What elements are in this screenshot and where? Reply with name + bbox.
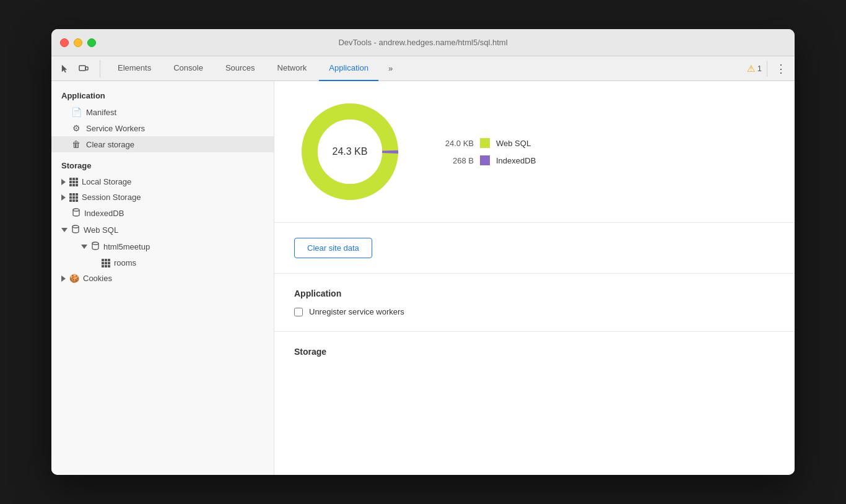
sidebar-web-sql-label: Web SQL <box>84 225 118 235</box>
svg-point-3 <box>72 225 79 228</box>
clear-site-data-button[interactable]: Clear site data <box>294 238 372 258</box>
sidebar-item-web-sql[interactable]: Web SQL <box>51 222 274 238</box>
close-button[interactable] <box>60 38 69 47</box>
toolbar: Elements Console Sources Network Applica… <box>51 56 795 81</box>
tab-application[interactable]: Application <box>319 56 378 81</box>
legend-indexeddb-label: IndexedDB <box>496 156 536 165</box>
sidebar-item-service-workers[interactable]: ⚙ Service Workers <box>51 120 274 136</box>
svg-rect-9 <box>480 155 490 165</box>
sidebar-item-html5meetup[interactable]: html5meetup <box>51 238 274 255</box>
sidebar-item-cookies[interactable]: 🍪 Cookies <box>51 271 274 286</box>
window-title: DevTools - andrew.hedges.name/html5/sql.… <box>338 38 507 47</box>
main-content: Application 📄 Manifest ⚙ Service Workers… <box>51 81 795 475</box>
clear-site-data-section: Clear site data <box>274 223 795 274</box>
legend-indexeddb-size: 268 B <box>430 156 474 165</box>
svg-point-4 <box>92 242 98 245</box>
svg-rect-0 <box>79 66 85 71</box>
responsive-icon-button[interactable] <box>75 60 92 77</box>
legend-item-websql: 24.0 KB Web SQL <box>430 138 536 148</box>
cylinder-icon-web-sql <box>71 225 80 235</box>
legend-item-indexeddb: 268 B IndexedDB <box>430 155 536 165</box>
expand-icon-local-storage <box>61 179 66 185</box>
cursor-icon-button[interactable] <box>56 60 74 77</box>
sidebar-local-storage-label: Local Storage <box>82 177 131 186</box>
unregister-workers-checkbox[interactable] <box>294 308 303 316</box>
expand-icon-html5meetup <box>81 245 87 249</box>
sidebar-item-rooms[interactable]: rooms <box>51 255 274 271</box>
title-bar: DevTools - andrew.hedges.name/html5/sql.… <box>51 29 795 56</box>
sidebar-item-service-workers-label: Service Workers <box>86 124 145 133</box>
expand-icon-web-sql <box>61 228 68 232</box>
legend-indexeddb-swatch <box>480 155 490 165</box>
sidebar-html5meetup-label: html5meetup <box>103 242 150 251</box>
sidebar-indexeddb-label: IndexedDB <box>84 209 124 218</box>
maximize-button[interactable] <box>87 38 96 47</box>
legend-websql-swatch <box>480 138 490 148</box>
sidebar-item-session-storage[interactable]: Session Storage <box>51 189 274 205</box>
trash-icon: 🗑 <box>71 139 81 149</box>
grid-icon-rooms <box>102 259 110 267</box>
sidebar-application-title: Application <box>51 89 274 104</box>
grid-icon-session-storage <box>69 193 78 202</box>
warning-count: 1 <box>757 64 762 73</box>
warning-badge[interactable]: ⚠ 1 <box>742 61 767 77</box>
donut-legend: 24.0 KB Web SQL 268 B IndexedDB <box>430 138 536 165</box>
svg-rect-8 <box>480 138 490 148</box>
sidebar: Application 📄 Manifest ⚙ Service Workers… <box>51 81 274 475</box>
tab-sources[interactable]: Sources <box>216 56 265 81</box>
grid-icon-local-storage <box>69 178 78 186</box>
sidebar-item-manifest[interactable]: 📄 Manifest <box>51 104 274 120</box>
legend-websql-label: Web SQL <box>496 139 531 148</box>
donut-center-label: 24.3 KB <box>333 146 368 157</box>
cylinder-icon-indexeddb <box>72 208 81 219</box>
tab-network[interactable]: Network <box>268 56 317 81</box>
donut-chart: 24.3 KB <box>294 96 406 207</box>
storage-settings-heading: Storage <box>294 347 775 357</box>
tab-console[interactable]: Console <box>164 56 213 81</box>
sidebar-item-clear-storage-label: Clear storage <box>86 140 134 149</box>
sidebar-session-storage-label: Session Storage <box>82 193 141 202</box>
warning-icon: ⚠ <box>747 63 755 74</box>
sidebar-item-clear-storage[interactable]: 🗑 Clear storage <box>51 136 274 152</box>
svg-point-2 <box>73 209 79 211</box>
expand-icon-cookies <box>61 276 66 282</box>
sidebar-item-indexeddb[interactable]: IndexedDB <box>51 205 274 222</box>
tab-elements[interactable]: Elements <box>108 56 161 81</box>
storage-settings-section: Storage <box>274 332 795 380</box>
minimize-button[interactable] <box>74 38 82 47</box>
application-settings-heading: Application <box>294 289 775 298</box>
more-tabs-button[interactable]: » <box>381 59 400 78</box>
unregister-workers-row: Unregister service workers <box>294 307 775 316</box>
devtools-window: DevTools - andrew.hedges.name/html5/sql.… <box>51 29 795 475</box>
cylinder-icon-html5meetup <box>91 241 100 252</box>
sidebar-storage-title: Storage <box>51 159 274 174</box>
svg-rect-1 <box>85 67 88 70</box>
sidebar-cookies-label: Cookies <box>83 274 112 283</box>
donut-section: 24.3 KB 24.0 KB Web SQL 268 B <box>274 81 795 223</box>
gear-icon: ⚙ <box>71 123 81 133</box>
expand-icon-session-storage <box>61 194 66 201</box>
sidebar-item-local-storage[interactable]: Local Storage <box>51 174 274 189</box>
toolbar-icon-group <box>56 60 100 77</box>
more-options-button[interactable]: ⋮ <box>772 60 790 77</box>
application-settings-section: Application Unregister service workers <box>274 274 795 332</box>
sidebar-item-manifest-label: Manifest <box>86 108 116 117</box>
sidebar-rooms-label: rooms <box>114 258 136 267</box>
legend-websql-size: 24.0 KB <box>430 139 474 148</box>
traffic-lights <box>60 38 96 47</box>
toolbar-right: ⚠ 1 ⋮ <box>742 60 790 77</box>
cookie-icon: 🍪 <box>69 274 79 283</box>
doc-icon: 📄 <box>71 107 81 117</box>
content-panel: 24.3 KB 24.0 KB Web SQL 268 B <box>274 81 795 475</box>
unregister-workers-label: Unregister service workers <box>309 307 404 316</box>
